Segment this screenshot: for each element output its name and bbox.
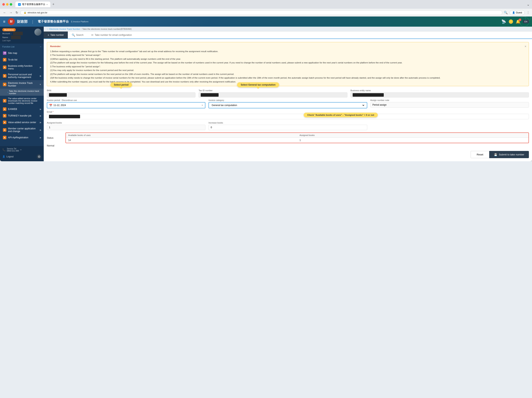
tab-search[interactable]: 🔍 Search <box>68 32 88 39</box>
email-label: Email * <box>47 111 529 113</box>
sidebar-item-turnkey[interactable]: ★ TURNKEY transfer job ▶ <box>0 112 44 119</box>
maximize-dot[interactable] <box>10 3 12 6</box>
reminder-line-0: 1.Before requesting a number, please fir… <box>50 50 526 53</box>
browser-titlebar: A 電子發票整合服務平台 × + ⌄ <box>0 0 532 9</box>
more-icon[interactable]: ⋮ <box>526 11 530 14</box>
invoice-period-input[interactable]: 📅 11-12, 2024 × <box>47 102 205 108</box>
back-btn[interactable]: ← <box>2 10 7 15</box>
tab-take-number[interactable]: + Take number <box>44 32 68 39</box>
title-divider: ｜ <box>31 19 35 24</box>
sidebar-label-eaiweb: EAIWEB <box>8 108 17 111</box>
sidebar-item-eaiweb[interactable]: ★ EAIWEB ▶ <box>0 106 44 112</box>
einvoice-track-icon: ★ <box>3 83 6 86</box>
tab-close-btn[interactable]: × <box>46 3 48 6</box>
assigned-books-value: 1 <box>47 125 205 130</box>
sidebar-label-member-carrier: Member carrier application and change <box>8 127 38 133</box>
status-row: Status Available books of uses Assigned … <box>47 132 529 143</box>
reminder-box: Reminder: × 1.Before requesting a number… <box>47 42 529 86</box>
reminder-line-5: (1)You may only apply for invoice number… <box>50 68 526 72</box>
minimize-dot[interactable] <box>6 3 9 6</box>
sidebar-label-value-added-dl: The value-added service center downloads… <box>8 97 41 104</box>
entity-name-value: ████████████████ <box>350 92 529 98</box>
sidebar-subitem-take-number[interactable]: • Take the electronic invoice track numb… <box>0 89 44 96</box>
search-icon[interactable]: 🔍 <box>504 11 508 14</box>
sidebar-label-value-added: Value-added service center <box>8 121 36 124</box>
invoice-period-label: Invoice period <box>47 99 60 101</box>
breadcrumb-level1[interactable]: Electronic Invoice Track Number <box>49 28 80 30</box>
invoice-category-group: Invoice category General tax computation… <box>209 99 367 108</box>
guest-btn[interactable]: 👤 Guest <box>510 10 525 15</box>
tab-email-config-label: Take number for email configuration <box>95 34 132 36</box>
reminder-title: Reminder: <box>50 45 526 48</box>
account-value: ████ <box>13 32 23 35</box>
tab-take-number-label: Take number <box>50 34 64 36</box>
reminder-line-2: (1)When applying, you only need to fill … <box>50 57 526 61</box>
app-subtitle: E-Invoice Platform <box>71 20 89 23</box>
logout-row[interactable]: 👤 Logout ⏻ <box>2 153 41 160</box>
phone-icon: 📞 <box>2 148 6 151</box>
sidebar: Business Account： ████ Name： ████ Last l… <box>0 27 44 161</box>
invoice-category-dropdown[interactable]: General tax computationSpecial tax compu… <box>211 104 365 107</box>
sidebar-item-business-entity[interactable]: ★ Business entity function menu ▶ <box>0 63 44 72</box>
reset-button[interactable]: Reset <box>471 151 489 158</box>
reload-btn[interactable]: ↻ <box>15 10 19 15</box>
breadcrumb-home[interactable]: ::: <box>47 28 49 30</box>
sidebar-item-todo[interactable]: ★ To-do list <box>0 56 44 63</box>
submit-button[interactable]: 💾 Submit to take number <box>489 151 529 158</box>
einvoice-track-arrow: ▼ <box>39 83 41 85</box>
api-reg-icon: ★ <box>3 136 6 139</box>
close-dot[interactable] <box>2 3 5 6</box>
sidebar-item-value-added-dl[interactable]: ★ The value-added service center downloa… <box>0 96 44 106</box>
sidebar-item-api-reg[interactable]: ★ API-ApiRegistration ▶ <box>0 134 44 141</box>
ministry-name: 財政部 <box>17 19 28 24</box>
sidebar-item-value-added[interactable]: ★ Value-added service center ▶ <box>0 119 44 126</box>
new-tab-btn[interactable]: + <box>51 2 56 7</box>
sidebar-label-business-entity: Business entity function menu <box>8 65 38 70</box>
logout-btn[interactable]: ⏻ <box>37 154 41 159</box>
hamburger-icon[interactable]: ≡ <box>3 20 6 24</box>
breadcrumb-current: Take the electronic invoice track number… <box>82 28 132 30</box>
browser-menu-btn[interactable]: ⌄ <box>527 2 530 7</box>
tab-favicon: A <box>18 3 21 6</box>
ban-value: ████████ <box>47 92 196 98</box>
sidebar-item-personnel[interactable]: ★ Personnel account and authority manage… <box>0 72 44 80</box>
sidebar-item-member-carrier[interactable]: ★ Member carrier application and change … <box>0 126 44 134</box>
forward-btn[interactable]: → <box>9 10 13 15</box>
eaiweb-arrow: ▶ <box>40 108 41 111</box>
edit-icon: ✏ <box>91 33 94 37</box>
increase-books-label: Increase books <box>209 122 367 124</box>
email-masked: ████████████████ <box>49 115 80 118</box>
sidebar-account: Business Account： ████ Name： ████ Last l… <box>0 27 44 44</box>
sidebar-item-einvoice-track[interactable]: ★ Electronic Invoice Track Number ▼ <box>0 80 44 89</box>
increase-books-input[interactable]: 0 <box>209 125 367 130</box>
site-map-icon: 🗺 <box>3 51 6 55</box>
avail-books-col-header: Available books of uses <box>66 133 297 137</box>
api-reg-arrow: ▶ <box>40 136 41 139</box>
assign-number-value: Period assign <box>370 102 529 108</box>
last-login: Last login <box>2 39 33 42</box>
person-icon: 👤 <box>512 11 515 14</box>
reminder-close-btn[interactable]: × <box>525 44 526 49</box>
reminder-line-4: 3.The business entity approved for "peri… <box>50 65 526 69</box>
function-list-collapse-btn[interactable]: − <box>40 45 41 48</box>
tab-search-label: Search <box>76 34 83 36</box>
assigned-books-label: Assigned books <box>47 122 205 124</box>
sidebar-item-site-map[interactable]: 🗺 Site map <box>0 50 44 56</box>
email-required: * <box>53 111 54 113</box>
lang-btn[interactable]: EN <box>523 20 529 23</box>
address-input[interactable]: 🔒 einvoice.nat.gov.tw <box>20 10 502 15</box>
tab-email-config[interactable]: ✏ Take number for email configuration <box>88 32 136 39</box>
invoice-category-select[interactable]: General tax computationSpecial tax compu… <box>209 102 367 108</box>
check-avail-callout: Check "Available books of uses" - "Assig… <box>304 113 378 117</box>
function-list-label: Function List <box>2 46 14 48</box>
tel-edit-icon[interactable]: ✏ <box>20 149 22 151</box>
assigned-books-col-header: Assigned books <box>297 133 529 137</box>
tab-navigation: + Take number 🔍 Search ✏ Take number for… <box>44 32 532 39</box>
account-label: Account： <box>2 32 12 35</box>
active-tab[interactable]: A 電子發票整合服務平台 × <box>15 1 50 7</box>
period-clear-btn[interactable]: × <box>202 104 203 107</box>
tax-id-masked: ████████ <box>201 93 219 97</box>
sidebar-label-todo: To-do list <box>8 58 17 61</box>
bell-icon[interactable]: 🔔 0 <box>516 19 520 24</box>
turnkey-arrow: ▶ <box>40 115 41 117</box>
